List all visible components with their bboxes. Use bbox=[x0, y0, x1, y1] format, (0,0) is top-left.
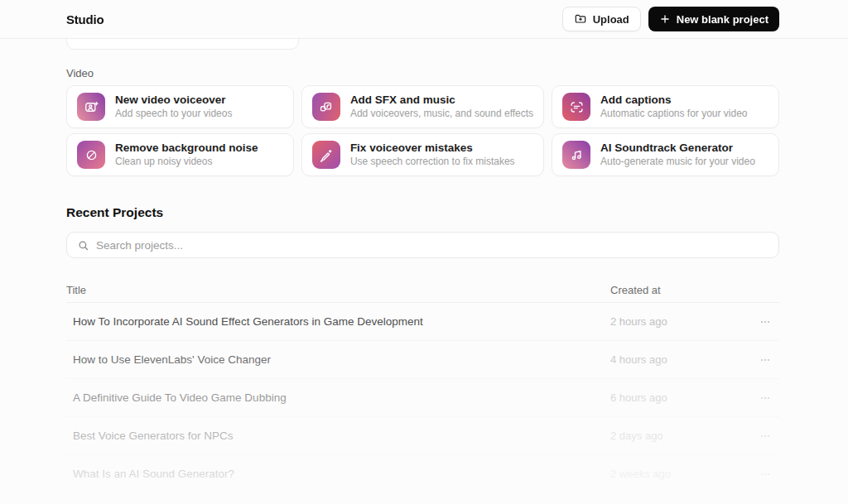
card-subtitle: Add speech to your videos bbox=[115, 108, 232, 121]
card-subtitle: Auto-generate music for your video bbox=[600, 156, 755, 169]
search-icon bbox=[77, 239, 89, 252]
projects-table: Title Created at How To Incorporate AI S… bbox=[66, 277, 779, 493]
upload-button-label: Upload bbox=[593, 13, 629, 26]
card-subtitle: Automatic captions for your video bbox=[600, 108, 747, 121]
video-tool-card[interactable]: Remove background noise Clean up noisy v… bbox=[66, 133, 294, 176]
header-actions: Upload New blank project bbox=[562, 7, 779, 31]
card-subtitle: Use speech correction to fix mistakes bbox=[350, 156, 515, 169]
upload-button[interactable]: Upload bbox=[562, 7, 641, 31]
projects-table-body: How To Incorporate AI Sound Effect Gener… bbox=[66, 303, 779, 493]
project-row[interactable]: How To Incorporate AI Sound Effect Gener… bbox=[66, 303, 779, 341]
row-menu-button[interactable] bbox=[751, 464, 771, 484]
card-title: Fix voiceover mistakes bbox=[350, 142, 515, 156]
column-header-created-at: Created at bbox=[610, 284, 751, 296]
row-menu-button[interactable] bbox=[751, 312, 771, 332]
new-blank-project-label: New blank project bbox=[677, 13, 768, 26]
project-created-at: 6 hours ago bbox=[610, 391, 751, 404]
card-title: Add captions bbox=[600, 94, 747, 108]
video-tool-card[interactable]: AI Soundtrack Generator Auto-generate mu… bbox=[552, 133, 779, 176]
project-row[interactable]: A Definitive Guide To Video Game Dubbing… bbox=[66, 379, 779, 417]
project-title: How To Incorporate AI Sound Effect Gener… bbox=[73, 315, 610, 328]
project-title: Best Voice Generators for NPCs bbox=[73, 430, 610, 442]
sfx-music-icon bbox=[312, 93, 340, 121]
project-created-at: 2 hours ago bbox=[610, 315, 751, 328]
project-created-at: 4 hours ago bbox=[610, 353, 751, 366]
header: Studio Upload New blank project bbox=[0, 0, 848, 39]
recent-projects-heading: Recent Projects bbox=[66, 205, 163, 220]
project-title: What Is an AI Sound Generator? bbox=[73, 468, 610, 480]
video-cards-grid: New video voiceover Add speech to your v… bbox=[66, 85, 779, 176]
project-row[interactable]: How to Use ElevenLabs' Voice Changer 4 h… bbox=[66, 341, 779, 379]
project-created-at: 2 weeks ago bbox=[610, 468, 751, 480]
video-tool-card[interactable]: Fix voiceover mistakes Use speech correc… bbox=[301, 133, 544, 176]
page-title: Studio bbox=[66, 12, 104, 26]
row-menu-button[interactable] bbox=[751, 350, 771, 370]
card-title: Remove background noise bbox=[115, 142, 258, 156]
card-title: New video voiceover bbox=[115, 94, 232, 108]
column-header-title: Title bbox=[66, 284, 610, 296]
ellipsis-icon bbox=[759, 430, 771, 442]
project-created-at: 2 days ago bbox=[610, 430, 751, 442]
project-row[interactable]: What Is an AI Sound Generator? 2 weeks a… bbox=[66, 455, 779, 493]
soundtrack-icon bbox=[562, 141, 590, 169]
ellipsis-icon bbox=[759, 468, 771, 480]
row-menu-button[interactable] bbox=[751, 426, 771, 446]
video-voiceover-icon bbox=[77, 93, 105, 121]
ellipsis-icon bbox=[759, 392, 771, 404]
ellipsis-icon bbox=[759, 354, 771, 366]
card-title: AI Soundtrack Generator bbox=[600, 142, 755, 156]
card-subtitle: Clean up noisy videos bbox=[115, 156, 258, 169]
upload-folder-icon bbox=[574, 12, 587, 26]
captions-icon bbox=[562, 93, 590, 121]
plus-icon bbox=[659, 13, 671, 25]
video-section-label: Video bbox=[66, 67, 94, 79]
search-input[interactable] bbox=[96, 239, 768, 252]
card-title: Add SFX and music bbox=[350, 94, 533, 108]
video-tool-card[interactable]: Add SFX and music Add voiceovers, music,… bbox=[301, 85, 544, 128]
project-title: A Definitive Guide To Video Game Dubbing bbox=[73, 391, 610, 404]
noise-removal-icon bbox=[77, 141, 105, 169]
card-subtitle: Add voiceovers, music, and sound effects bbox=[350, 108, 533, 121]
projects-table-header: Title Created at bbox=[66, 277, 779, 303]
project-row[interactable]: Best Voice Generators for NPCs 2 days ag… bbox=[66, 417, 779, 455]
new-blank-project-button[interactable]: New blank project bbox=[648, 7, 779, 31]
row-menu-button[interactable] bbox=[751, 388, 771, 408]
voiceover-fix-icon bbox=[312, 141, 340, 169]
search-projects-box[interactable] bbox=[66, 232, 779, 258]
video-tool-card[interactable]: Add captions Automatic captions for your… bbox=[552, 85, 779, 128]
project-title: How to Use ElevenLabs' Voice Changer bbox=[73, 353, 610, 366]
ellipsis-icon bbox=[759, 316, 771, 328]
video-tool-card[interactable]: New video voiceover Add speech to your v… bbox=[66, 85, 294, 128]
studio-page: Video New video voiceover Add speech to … bbox=[0, 0, 848, 504]
